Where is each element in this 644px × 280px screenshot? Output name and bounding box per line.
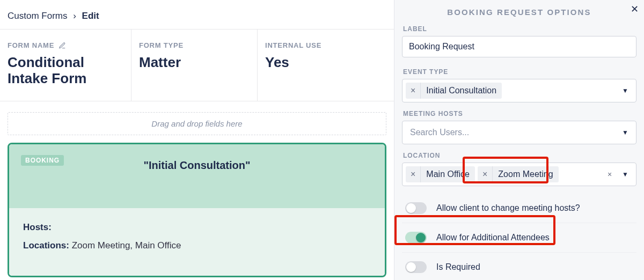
internal-use-value: Yes <box>265 55 386 71</box>
caret-down-icon[interactable]: ▼ <box>618 129 633 136</box>
breadcrumb-root[interactable]: Custom Forms <box>8 11 67 21</box>
label-caption: LABEL <box>403 25 636 33</box>
internal-use-label: INTERNAL USE <box>265 41 386 49</box>
toggle-additional-attendees[interactable] <box>405 232 427 244</box>
hosts-label: Hosts: <box>23 222 52 232</box>
chip-text: Initial Consultation <box>421 83 502 99</box>
toggle-additional-attendees-row: Allow for Additional Attendees <box>402 223 636 253</box>
locations-label: Locations: <box>23 240 69 250</box>
close-icon[interactable]: ✕ <box>631 3 639 15</box>
clear-all-icon[interactable]: × <box>604 170 615 179</box>
location-chip-zoom: × Zoom Meeting <box>478 166 559 182</box>
location-caption: LOCATION <box>403 152 636 159</box>
remove-chip-icon[interactable]: × <box>406 166 421 182</box>
chevron-right-icon: › <box>73 11 76 21</box>
form-type-label: FORM TYPE <box>139 41 250 49</box>
toggle-change-hosts[interactable] <box>405 202 427 214</box>
form-name-value: Conditional Intake Form <box>8 55 123 87</box>
location-select[interactable]: × Main Office × Zoom Meeting × ▼ <box>402 163 636 186</box>
label-input[interactable] <box>402 36 636 57</box>
panel-title: BOOKING REQUEST OPTIONS <box>402 4 636 22</box>
locations-value: Zoom Meeting, Main Office <box>72 240 181 250</box>
toggle-additional-attendees-label: Allow for Additional Attendees <box>436 233 550 242</box>
meeting-hosts-placeholder: Search Users... <box>406 128 469 137</box>
dropzone-top[interactable]: Drag and drop fields here <box>8 112 386 135</box>
field-badge: BOOKING <box>21 155 64 166</box>
event-type-caption: EVENT TYPE <box>403 68 636 76</box>
toggle-required[interactable] <box>405 261 427 273</box>
toggle-required-label: Is Required <box>436 262 480 272</box>
form-header: FORM NAME Conditional Intake Form FORM T… <box>0 30 394 101</box>
chip-text: Zoom Meeting <box>493 166 558 182</box>
form-name-label: FORM NAME <box>8 41 54 49</box>
event-type-chip: × Initial Consultation <box>406 83 502 99</box>
meeting-hosts-caption: MEETING HOSTS <box>403 110 636 117</box>
toggle-change-hosts-label: Allow client to change meeting hosts? <box>436 203 580 213</box>
chip-text: Main Office <box>421 166 475 182</box>
remove-chip-icon[interactable]: × <box>406 83 421 99</box>
field-title: "Initial Consultation" <box>23 159 371 172</box>
meeting-hosts-select[interactable]: Search Users... ▼ <box>402 121 636 144</box>
options-panel: ✕ BOOKING REQUEST OPTIONS LABEL EVENT TY… <box>394 0 644 280</box>
toggle-required-row: Is Required <box>402 253 636 280</box>
location-chip-main-office: × Main Office <box>406 166 475 182</box>
toggle-change-hosts-row: Allow client to change meeting hosts? <box>402 194 636 223</box>
event-type-select[interactable]: × Initial Consultation ▼ <box>402 79 636 102</box>
caret-down-icon[interactable]: ▼ <box>618 87 633 94</box>
breadcrumb-current: Edit <box>82 11 99 21</box>
breadcrumb: Custom Forms › Edit <box>0 0 394 30</box>
form-type-value: Matter <box>139 55 250 71</box>
booking-field-card[interactable]: BOOKING "Initial Consultation" Hosts: Lo… <box>8 143 386 277</box>
edit-icon[interactable] <box>58 42 66 49</box>
caret-down-icon[interactable]: ▼ <box>618 171 633 178</box>
remove-chip-icon[interactable]: × <box>478 166 493 182</box>
